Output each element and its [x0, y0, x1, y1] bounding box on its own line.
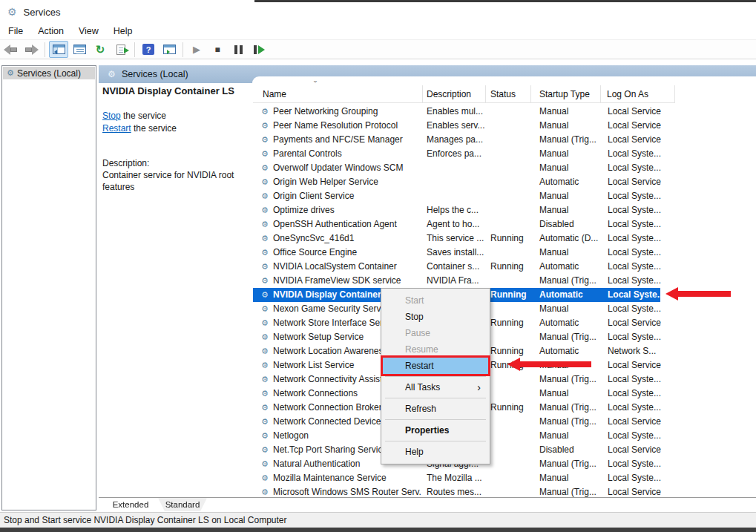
service-name: OneSyncSvc_416d1 — [273, 231, 421, 246]
service-gear-icon: ⚙ — [261, 246, 269, 260]
service-row[interactable]: ⚙ NVIDIA FrameView SDK service NVIDIA Fr… — [253, 274, 674, 288]
service-gear-icon: ⚙ — [261, 147, 269, 161]
service-startup-type: Manual — [539, 302, 606, 316]
console-tree-panel: ⚙ Services (Local) — [1, 65, 96, 510]
menu-action[interactable]: Action — [31, 24, 70, 39]
menu-file[interactable]: File — [1, 24, 30, 39]
forward-arrow-icon — [24, 45, 39, 55]
service-status — [490, 189, 531, 203]
service-gear-icon: ⚙ — [261, 358, 269, 372]
service-status — [490, 415, 531, 429]
service-name: Origin Web Helper Service — [273, 175, 421, 189]
stop-service-link[interactable]: Stop — [102, 111, 121, 121]
show-console-tree-button[interactable] — [49, 41, 68, 58]
service-gear-icon: ⚙ — [261, 119, 269, 133]
service-status — [490, 429, 531, 443]
service-log-on-as: Local Syste... — [608, 330, 673, 344]
service-row[interactable]: ⚙ Optimize drives Helps the c... Manual … — [253, 203, 674, 217]
service-log-on-as: Local Syste... — [608, 260, 673, 274]
help-window-button[interactable] — [160, 41, 179, 58]
service-status: Running — [490, 260, 531, 274]
properties-button[interactable] — [70, 41, 89, 58]
service-row[interactable]: ⚙ Mozilla Maintenance Service The Mozill… — [253, 471, 674, 485]
column-header-startup-type[interactable]: Startup Type — [531, 85, 601, 103]
service-gear-icon: ⚙ — [261, 429, 269, 443]
context-menu-item-restart[interactable]: Restart — [383, 358, 488, 374]
sort-chevron-icon: ˇ — [314, 80, 317, 91]
export-list-button[interactable] — [111, 41, 131, 58]
service-row[interactable]: ⚙ Peer Name Resolution Protocol Enables … — [253, 119, 674, 133]
toolbar: ↻ ? ▶ ■ — [0, 39, 756, 59]
service-name: OpenSSH Authentication Agent — [273, 217, 421, 231]
service-row[interactable]: ⚙ OneSyncSvc_416d1 This service ... Runn… — [253, 231, 674, 246]
service-description: Enforces pa... — [427, 147, 487, 161]
restart-service-link[interactable]: Restart — [102, 123, 131, 134]
context-menu-item-properties[interactable]: Properties — [383, 422, 488, 439]
stop-service-button[interactable]: ■ — [208, 41, 227, 58]
context-menu-item-refresh[interactable]: Refresh — [383, 401, 488, 417]
service-description — [427, 175, 487, 189]
service-row[interactable]: ⚙ Overwolf Updater Windows SCM Manual Lo… — [253, 161, 674, 175]
service-row[interactable]: ⚙ Origin Client Service Manual Local Sys… — [253, 189, 674, 203]
service-startup-type: Manual — [539, 387, 606, 401]
menu-view[interactable]: View — [72, 24, 105, 39]
service-row[interactable]: ⚙ OpenSSH Authentication Agent Agent to … — [253, 217, 674, 231]
service-gear-icon: ⚙ — [261, 203, 269, 217]
context-menu-item-start: Start — [383, 292, 488, 309]
service-row[interactable]: ⚙ Parental Controls Enforces pa... Manua… — [253, 147, 674, 161]
service-log-on-as: Local Syste... — [608, 471, 673, 485]
service-name: NVIDIA LocalSystem Container — [273, 260, 421, 274]
forward-button[interactable] — [22, 41, 41, 58]
service-gear-icon: ⚙ — [261, 387, 269, 401]
service-status — [490, 274, 531, 288]
service-startup-type: Manual (Trig... — [539, 133, 606, 147]
restart-service-line: Restart the service — [102, 122, 251, 135]
service-log-on-as: Local Service — [608, 415, 673, 429]
column-header-status[interactable]: Status — [486, 85, 531, 103]
service-description: NVIDIA Fra... — [427, 274, 487, 288]
service-row[interactable]: ⚙ NVIDIA LocalSystem Container Container… — [253, 260, 674, 274]
column-header-description[interactable]: Description — [423, 85, 486, 103]
service-startup-type: Automatic — [539, 344, 606, 358]
restart-service-icon — [254, 45, 265, 54]
service-row[interactable]: ⚙ Peer Networking Grouping Enables mul..… — [253, 105, 674, 119]
service-gear-icon: ⚙ — [261, 457, 269, 471]
service-log-on-as: Local Syste... — [608, 429, 673, 443]
tab-standard[interactable]: Standard — [158, 498, 207, 511]
service-description: Saves install... — [427, 246, 487, 260]
service-status: Running — [490, 288, 531, 302]
column-header-name[interactable]: Name ˇ — [253, 85, 423, 103]
service-startup-type: Manual (Trig... — [539, 457, 606, 471]
service-status: Running — [490, 401, 531, 415]
service-gear-icon: ⚙ — [261, 401, 269, 415]
service-row[interactable]: ⚙ Office Source Engine Saves install... … — [253, 246, 674, 260]
service-gear-icon: ⚙ — [261, 288, 269, 302]
start-service-button[interactable]: ▶ — [187, 41, 206, 58]
context-menu-item-stop[interactable]: Stop — [383, 309, 488, 325]
menu-help[interactable]: Help — [107, 24, 139, 39]
column-header-name-label: Name — [263, 89, 286, 99]
service-row[interactable]: ⚙ Payments and NFC/SE Manager Manages pa… — [253, 133, 674, 147]
tree-item-services-local[interactable]: ⚙ Services (Local) — [3, 67, 95, 79]
services-app-icon: ⚙ — [7, 6, 17, 18]
back-button[interactable] — [1, 41, 20, 58]
tab-extended[interactable]: Extended — [102, 498, 160, 511]
context-menu-item-all-tasks[interactable]: All Tasks› — [383, 379, 488, 395]
menu-bar: File Action View Help — [0, 22, 756, 39]
service-gear-icon: ⚙ — [261, 330, 269, 344]
refresh-button[interactable]: ↻ — [91, 41, 110, 58]
pause-service-button[interactable] — [229, 41, 248, 58]
service-detail-pane: NVIDIA Display Container LS Stop the ser… — [102, 85, 251, 193]
service-startup-type: Manual (Trig... — [539, 415, 606, 429]
status-bar-text: Stop and Start service NVIDIA Display Co… — [4, 515, 287, 525]
service-gear-icon: ⚙ — [261, 344, 269, 358]
context-menu-item-help[interactable]: Help — [383, 444, 488, 460]
service-log-on-as: Local Service — [608, 119, 673, 133]
service-row[interactable]: ⚙ Origin Web Helper Service Automatic Lo… — [253, 175, 674, 189]
help-button[interactable]: ? — [139, 41, 158, 58]
toolbar-separator — [183, 42, 183, 57]
restart-service-button[interactable] — [249, 41, 269, 58]
help-window-icon — [163, 45, 176, 54]
context-menu-item-pause: Pause — [383, 325, 488, 341]
column-header-log-on-as[interactable]: Log On As — [601, 85, 675, 103]
